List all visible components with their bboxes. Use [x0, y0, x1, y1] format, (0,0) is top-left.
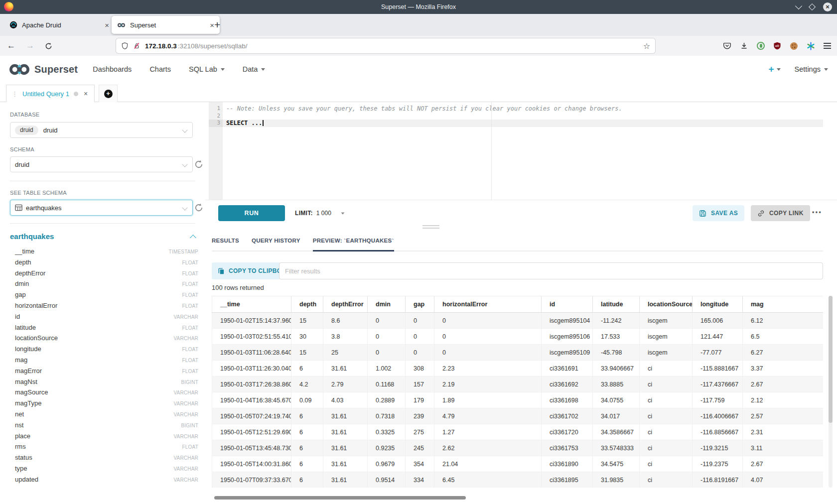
cookie-icon[interactable]	[790, 42, 798, 50]
nav-dashboards[interactable]: Dashboards	[93, 65, 132, 73]
tab-preview-earthquakes[interactable]: PREVIEW: `EARTHQUAKES`	[313, 230, 394, 251]
schema-column-row[interactable]: magSourceVARCHAR	[10, 388, 198, 399]
query-tab[interactable]: ⋮ Untitled Query 1 ×	[6, 85, 95, 102]
reload-icon[interactable]	[45, 42, 52, 50]
nav-charts[interactable]: Charts	[149, 65, 171, 73]
maximize-icon[interactable]	[809, 3, 816, 10]
limit-dropdown[interactable]: LIMIT: 1 000	[295, 210, 345, 217]
settings-menu[interactable]: Settings	[795, 65, 828, 73]
column-header[interactable]: horizontalError	[434, 296, 542, 313]
menu-icon[interactable]	[824, 43, 831, 49]
table-row[interactable]: 1950-01-02T15:14:37.960Z158.6000iscgem89…	[212, 313, 824, 329]
table-row[interactable]: 1950-01-03T11:26:30.040Z631.611.0023082.…	[212, 361, 824, 377]
run-button[interactable]: RUN	[218, 205, 285, 221]
column-header[interactable]: id	[542, 296, 593, 313]
pane-resize-handle[interactable]	[422, 225, 439, 230]
new-query-tab-button[interactable]: +	[99, 85, 118, 102]
close-query-tab-icon[interactable]: ×	[84, 90, 88, 98]
schema-panel-header[interactable]: earthquakes	[10, 232, 195, 241]
column-header[interactable]: gap	[406, 296, 434, 313]
column-header[interactable]: depthError	[323, 296, 368, 313]
new-tab-button[interactable]: +	[214, 19, 220, 31]
nav-sql-lab[interactable]: SQL Lab	[189, 65, 225, 73]
minimize-icon[interactable]	[795, 2, 802, 9]
extension-asterisk-icon[interactable]	[807, 42, 815, 50]
refresh-schema-icon[interactable]	[194, 159, 204, 169]
schema-column-row[interactable]: rmsFLOAT	[10, 443, 198, 454]
schema-select[interactable]: druid	[10, 156, 193, 172]
editor-line[interactable]: SELECT ...	[223, 120, 823, 127]
add-new-button[interactable]: +	[768, 64, 780, 75]
insecure-lock-icon[interactable]	[133, 42, 140, 50]
column-header[interactable]: depth	[291, 296, 323, 313]
table-select[interactable]: earthquakes	[10, 200, 193, 216]
schema-column-row[interactable]: gapFLOAT	[10, 291, 198, 302]
table-row[interactable]: 1950-01-05T07:24:19.740Z631.610.73182394…	[212, 408, 824, 424]
filter-results-input[interactable]	[279, 262, 823, 279]
copy-link-button[interactable]: COPY LINK	[751, 205, 810, 221]
column-header[interactable]: locationSource	[640, 296, 693, 313]
table-row[interactable]: 1950-01-07T09:37:33.670Z631.610.95143346…	[212, 472, 824, 488]
more-actions-button[interactable]: •••	[812, 209, 822, 216]
schema-column-row[interactable]: locationSourceVARCHAR	[10, 334, 198, 345]
vertical-scrollbar-thumb[interactable]	[829, 296, 833, 423]
save-as-button[interactable]: SAVE AS	[693, 205, 744, 221]
table-row[interactable]: 1950-01-03T11:06:28.640Z1525000iscgem895…	[212, 345, 824, 361]
tab-close-icon[interactable]: ×	[210, 21, 214, 29]
download-icon[interactable]	[740, 42, 748, 50]
schema-column-row[interactable]: netVARCHAR	[10, 410, 198, 421]
schema-column-row[interactable]: idVARCHAR	[10, 313, 198, 324]
ublock-icon[interactable]: uO	[773, 42, 781, 50]
column-header[interactable]: dmin	[368, 296, 406, 313]
close-window-icon[interactable]: ×	[823, 2, 832, 11]
table-row[interactable]: 1950-01-05T14:00:31.860Z631.610.96793542…	[212, 456, 824, 472]
schema-column-row[interactable]: placeVARCHAR	[10, 432, 198, 443]
schema-column-row[interactable]: dminFLOAT	[10, 280, 198, 291]
table-row[interactable]: 1950-01-03T17:26:38.860Z4.22.790.1168157…	[212, 377, 824, 392]
tab-close-icon[interactable]: ×	[105, 21, 109, 29]
horizontal-scrollbar[interactable]	[214, 496, 466, 500]
shield-icon[interactable]	[121, 42, 129, 50]
refresh-table-icon[interactable]	[194, 203, 204, 213]
table-row[interactable]: 1950-01-05T13:45:48.730Z631.610.92352452…	[212, 440, 824, 456]
bookmark-star-icon[interactable]: ☆	[643, 41, 650, 51]
schema-column-row[interactable]: depthFLOAT	[10, 258, 198, 269]
pocket-icon[interactable]	[723, 42, 731, 50]
schema-column-row[interactable]: depthErrorFLOAT	[10, 269, 198, 280]
table-row[interactable]: 1950-01-04T16:38:45.670Z0.094.030.288917…	[212, 392, 824, 408]
database-select[interactable]: druid druid	[10, 122, 193, 138]
editor-line[interactable]	[223, 113, 823, 120]
schema-column-row[interactable]: horizontalErrorFLOAT	[10, 302, 198, 313]
schema-column-row[interactable]: nstBIGINT	[10, 421, 198, 432]
schema-column-row[interactable]: __timeTIMESTAMP	[10, 248, 198, 258]
extension-green-icon[interactable]	[757, 42, 765, 50]
collapse-icon[interactable]	[190, 235, 196, 241]
schema-column-row[interactable]: typeVARCHAR	[10, 465, 198, 476]
schema-column-row[interactable]: magErrorFLOAT	[10, 367, 198, 378]
schema-column-row[interactable]: latitudeFLOAT	[10, 324, 198, 335]
forward-icon[interactable]: →	[26, 41, 34, 51]
schema-column-row[interactable]: magNstBIGINT	[10, 378, 198, 389]
browser-tab-superset[interactable]: Superset ×	[112, 16, 220, 34]
table-row[interactable]: 1950-01-05T12:51:29.690Z631.610.33252751…	[212, 424, 824, 440]
schema-column-row[interactable]: statusVARCHAR	[10, 454, 198, 465]
column-header[interactable]: mag	[743, 296, 824, 313]
superset-logo[interactable]: Superset	[8, 63, 78, 76]
editor-line[interactable]: -- Note: Unless you save your query, the…	[223, 105, 823, 113]
drag-handle-icon[interactable]: ⋮	[11, 90, 18, 98]
table-row[interactable]: 1950-01-03T02:51:55.410Z303.8000iscgem89…	[212, 329, 824, 345]
url-bar[interactable]: 172.18.0.3:32108/superset/sqllab/ ☆	[116, 38, 655, 53]
column-header[interactable]: __time	[212, 296, 291, 313]
back-icon[interactable]: ←	[7, 41, 15, 51]
nav-data[interactable]: Data	[243, 65, 266, 73]
browser-tab-druid[interactable]: Apache Druid ×	[4, 16, 115, 34]
schema-column-row[interactable]: longitudeFLOAT	[10, 345, 198, 356]
schema-column-row[interactable]: magTypeVARCHAR	[10, 399, 198, 410]
sql-editor[interactable]: 123 -- Note: Unless you save your query,…	[209, 102, 823, 200]
column-header[interactable]: longitude	[693, 296, 743, 313]
schema-column-row[interactable]: magFLOAT	[10, 356, 198, 367]
tab-query-history[interactable]: QUERY HISTORY	[252, 230, 300, 251]
schema-column-row[interactable]: updatedVARCHAR	[10, 476, 198, 487]
column-header[interactable]: latitude	[593, 296, 640, 313]
tab-results[interactable]: RESULTS	[212, 230, 239, 251]
